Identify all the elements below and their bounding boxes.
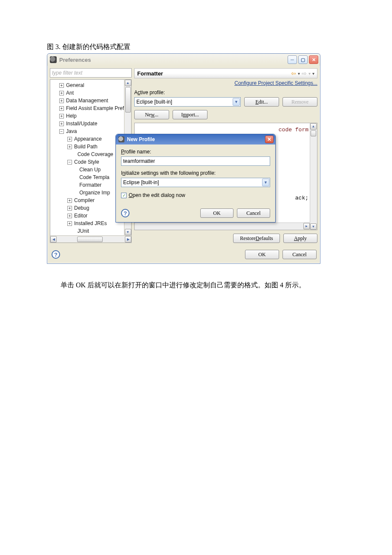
minimize-button[interactable]: ─ <box>288 55 297 64</box>
page-title: Formatter <box>137 70 291 77</box>
remove-button: Remove <box>282 97 317 107</box>
page-heading-row: Formatter ⇦ ▾ ⇨ ▾ ▾ <box>134 68 317 78</box>
figure-caption: 图 3. 创建新的代码格式配置 <box>47 43 345 52</box>
modal-app-icon <box>118 136 124 142</box>
close-button[interactable]: ✕ <box>309 55 318 64</box>
profile-name-input[interactable]: teamformatter <box>121 156 270 166</box>
titlebar: Preferences ─ ▢ ✕ <box>47 54 320 66</box>
new-button[interactable]: New... <box>134 110 169 119</box>
preferences-window: Preferences ─ ▢ ✕ type filter text +Gene… <box>47 53 320 264</box>
scroll-down-icon[interactable]: ▼ <box>125 229 131 235</box>
modal-titlebar: New Profile ✕ <box>116 134 275 145</box>
scroll-up-icon[interactable]: ▲ <box>125 80 131 86</box>
view-menu-icon[interactable]: ▾ <box>312 71 314 76</box>
initialize-combo[interactable]: Eclipse [built-in] ▼ <box>121 178 270 187</box>
restore-defaults-button[interactable]: Restore Defaults <box>233 234 280 243</box>
initialize-label: Initialize settings with the following p… <box>121 170 270 176</box>
preview-hscrollbar[interactable]: ▶ <box>135 223 310 230</box>
active-profile-combo[interactable]: Eclipse [built-in] ▼ <box>134 97 241 107</box>
tree-item-junit[interactable]: JUnit <box>51 227 131 235</box>
open-edit-label: Open the edit dialog now <box>129 192 185 198</box>
ok-button[interactable]: OK <box>245 250 279 259</box>
preview-scroll-right-icon[interactable]: ▶ <box>303 223 310 229</box>
window-title: Preferences <box>59 57 288 63</box>
initialize-dropdown-icon[interactable]: ▼ <box>262 179 269 186</box>
active-profile-label: Active profile: <box>134 90 317 95</box>
tree-item-install-update[interactable]: +Install/Update <box>51 120 131 127</box>
nav-back-menu-icon[interactable]: ▾ <box>298 71 300 76</box>
initialize-value: Eclipse [built-in] <box>123 179 159 185</box>
configure-project-link[interactable]: Configure Project Specific Settings... <box>134 80 317 86</box>
tree-item-general[interactable]: +General <box>51 81 131 89</box>
import-button[interactable]: Import... <box>173 110 208 119</box>
profile-name-label: Profile name: <box>121 149 270 155</box>
open-edit-checkbox[interactable]: ✓ <box>121 193 127 198</box>
modal-help-icon[interactable]: ? <box>121 209 130 217</box>
tree-item-field-assist[interactable]: +Field Assist Example Prefe <box>51 104 131 112</box>
new-profile-dialog: New Profile ✕ Profile name: teamformatte… <box>115 134 276 223</box>
preview-scroll-up-icon[interactable]: ▲ <box>310 123 317 130</box>
modal-cancel-button[interactable]: Cancel <box>237 208 270 218</box>
nav-back-icon[interactable]: ⇦ <box>291 70 296 77</box>
scroll-left-icon[interactable]: ◀ <box>50 236 57 243</box>
preview-text-1: code form <box>279 127 308 133</box>
tree-hscrollbar[interactable]: ◀ ▶ <box>50 235 131 243</box>
edit-button[interactable]: Edit... <box>244 97 279 107</box>
apply-button[interactable]: Apply <box>283 234 317 243</box>
preview-text-2: ack; <box>295 195 308 201</box>
cancel-button[interactable]: Cancel <box>282 250 317 259</box>
tree-item-data-management[interactable]: +Data Management <box>51 97 131 104</box>
open-edit-checkbox-row[interactable]: ✓ Open the edit dialog now <box>121 192 270 198</box>
modal-title: New Profile <box>127 136 265 142</box>
app-icon <box>50 56 57 63</box>
preview-scroll-down-icon[interactable]: ▼ <box>310 223 317 230</box>
tree-item-help[interactable]: +Help <box>51 112 131 120</box>
filter-input[interactable]: type filter text <box>50 68 132 78</box>
nav-forward-icon[interactable]: ⇨ <box>302 70 307 77</box>
modal-close-button[interactable]: ✕ <box>265 136 274 143</box>
nav-forward-menu-icon: ▾ <box>308 71 311 76</box>
tree-item-ant[interactable]: +Ant <box>51 89 131 97</box>
body-text: 单击 OK 后就可以在新打开的窗口中进行修改定制自己需要的格式。如图 4 所示。 <box>47 281 345 290</box>
preview-vscrollbar[interactable]: ▲ ▼ <box>310 123 317 230</box>
help-icon[interactable]: ? <box>52 250 60 259</box>
maximize-button[interactable]: ▢ <box>298 55 308 64</box>
scroll-right-icon[interactable]: ▶ <box>125 236 131 243</box>
combo-dropdown-icon[interactable]: ▼ <box>233 98 240 106</box>
modal-ok-button[interactable]: OK <box>200 208 233 218</box>
active-profile-value: Eclipse [built-in] <box>136 99 172 105</box>
